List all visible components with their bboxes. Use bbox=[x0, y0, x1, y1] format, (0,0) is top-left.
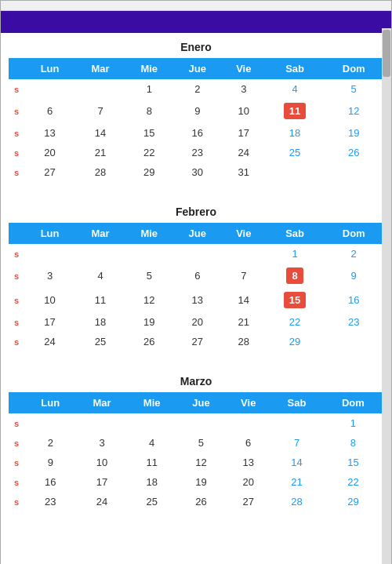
calendar-cell: 7 bbox=[75, 99, 125, 123]
calendar-cell: 5 bbox=[176, 433, 227, 453]
calendar-cell: s bbox=[9, 312, 24, 332]
calendar-cell: 1 bbox=[323, 413, 383, 433]
calendar-cell bbox=[75, 79, 125, 99]
calendar-cell: s bbox=[9, 453, 24, 472]
day-header-vie: Vie bbox=[226, 392, 270, 413]
calendar-row: s10111213141516 bbox=[9, 288, 383, 312]
calendar-cell: s bbox=[9, 123, 24, 143]
calendar-cell: 26 bbox=[125, 332, 173, 351]
calendar-cell: 7 bbox=[270, 433, 323, 453]
calendar-cell bbox=[128, 413, 176, 433]
calendar-cell: 13 bbox=[226, 453, 270, 472]
calendar-cell: 21 bbox=[270, 472, 323, 492]
calendar-cell bbox=[270, 413, 323, 433]
calendar-cell: 26 bbox=[324, 143, 383, 162]
calendar-cell: 17 bbox=[222, 123, 266, 143]
calendar-row: s2345678 bbox=[9, 433, 383, 453]
calendar-cell: 31 bbox=[222, 162, 266, 182]
holiday-badge: 11 bbox=[284, 103, 306, 119]
calendar-cell: 16 bbox=[324, 288, 383, 312]
calendar-row: s1 bbox=[9, 413, 383, 433]
calendar-cell: 28 bbox=[75, 162, 125, 182]
main-window: EneroLunMarMieJueVieSabDoms12345s6789101… bbox=[0, 0, 392, 564]
week-col-header bbox=[9, 392, 24, 413]
calendar-cell: 2 bbox=[173, 79, 222, 99]
day-header-vie: Vie bbox=[222, 58, 266, 79]
calendar-cell: s bbox=[9, 143, 24, 162]
calendar-cell: 14 bbox=[270, 453, 323, 472]
calendar-cell: 10 bbox=[77, 453, 128, 472]
calendar-cell bbox=[125, 244, 173, 264]
calendar-cell: 11 bbox=[266, 99, 325, 123]
calendar-row: s17181920212223 bbox=[9, 312, 383, 332]
calendar-cell: 23 bbox=[324, 312, 383, 332]
scrollbar[interactable] bbox=[382, 28, 391, 564]
calendar-cell bbox=[324, 162, 383, 182]
calendar-cell: s bbox=[9, 332, 24, 351]
month-title: Marzo bbox=[9, 367, 383, 392]
day-header-mie: Mie bbox=[128, 392, 176, 413]
scrollbar-thumb[interactable] bbox=[383, 30, 390, 77]
holiday-badge: 8 bbox=[286, 267, 303, 284]
calendar-cell: 2 bbox=[24, 433, 77, 453]
day-header-dom: Dom bbox=[324, 58, 383, 79]
calendar-cell: 19 bbox=[125, 312, 173, 332]
holiday-badge: 15 bbox=[284, 292, 306, 308]
calendar-cell: s bbox=[9, 433, 24, 453]
calendar-cell: 12 bbox=[125, 288, 173, 312]
calendar-cell: 1 bbox=[266, 244, 325, 264]
calendar-row: s2728293031 bbox=[9, 162, 383, 182]
calendar-cell: 8 bbox=[125, 99, 173, 123]
calendar-cell bbox=[24, 244, 75, 264]
calendar-cell: 16 bbox=[173, 123, 222, 143]
day-header-lun: Lun bbox=[24, 223, 75, 244]
calendar-cell: 28 bbox=[222, 332, 266, 351]
calendar-cell: 6 bbox=[173, 264, 222, 288]
calendar-cell: 17 bbox=[77, 472, 128, 492]
day-header-mie: Mie bbox=[125, 58, 173, 79]
calendar-cell: 15 bbox=[323, 453, 383, 472]
day-header-sab: Sab bbox=[270, 392, 323, 413]
calendar-cell: s bbox=[9, 264, 24, 288]
calendar-cell: 29 bbox=[323, 492, 383, 511]
title-bar bbox=[1, 1, 391, 11]
day-header-mie: Mie bbox=[125, 223, 173, 244]
calendar-cell: 8 bbox=[323, 433, 383, 453]
calendar-cell: 1 bbox=[125, 79, 173, 99]
calendar-cell: 23 bbox=[24, 492, 77, 511]
calendar-cell: s bbox=[9, 492, 24, 511]
calendar-cell: 7 bbox=[222, 264, 266, 288]
calendar-cell: 27 bbox=[24, 162, 75, 182]
calendar-cell: 19 bbox=[324, 123, 383, 143]
calendar-cell: 18 bbox=[128, 472, 176, 492]
month-title: Enero bbox=[9, 33, 383, 58]
calendar-content[interactable]: EneroLunMarMieJueVieSabDoms12345s6789101… bbox=[1, 33, 391, 564]
calendar-cell: s bbox=[9, 162, 24, 182]
calendar-cell bbox=[324, 332, 383, 351]
calendar-cell: 8 bbox=[266, 264, 325, 288]
day-header-sab: Sab bbox=[266, 223, 325, 244]
calendar-cell bbox=[222, 244, 266, 264]
month-title: Febrero bbox=[9, 198, 383, 223]
month-section-enero: EneroLunMarMieJueVieSabDoms12345s6789101… bbox=[1, 33, 391, 198]
calendar-cell bbox=[173, 244, 222, 264]
calendar-cell: 10 bbox=[222, 99, 266, 123]
calendar-cell: 23 bbox=[173, 143, 222, 162]
calendar-cell: s bbox=[9, 244, 24, 264]
calendar-row: s13141516171819 bbox=[9, 123, 383, 143]
calendar-table: LunMarMieJueVieSabDoms1s2345678s91011121… bbox=[9, 392, 383, 511]
calendar-cell bbox=[266, 162, 325, 182]
calendar-cell bbox=[75, 244, 125, 264]
calendar-cell bbox=[226, 413, 270, 433]
calendar-cell: 5 bbox=[125, 264, 173, 288]
day-header-jue: Jue bbox=[173, 223, 222, 244]
calendar-row: s6789101112 bbox=[9, 99, 383, 123]
calendar-cell bbox=[24, 79, 75, 99]
month-section-febrero: FebreroLunMarMieJueVieSabDoms12s3456789s… bbox=[1, 198, 391, 367]
calendar-cell: 25 bbox=[128, 492, 176, 511]
calendar-row: s23242526272829 bbox=[9, 492, 383, 511]
calendar-cell: 5 bbox=[324, 79, 383, 99]
calendar-cell: 20 bbox=[24, 143, 75, 162]
calendar-cell: 22 bbox=[266, 312, 325, 332]
calendar-cell: 16 bbox=[24, 472, 77, 492]
